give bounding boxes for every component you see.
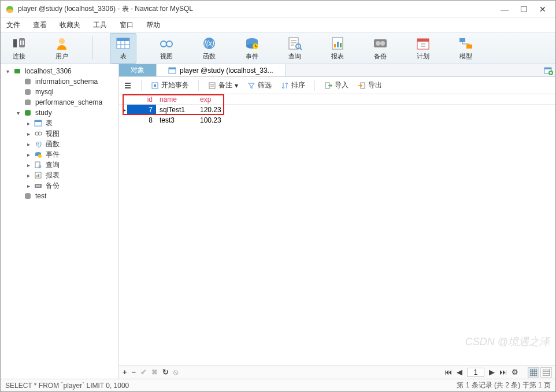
column-name[interactable]: name: [156, 94, 197, 104]
toolbar-table-icon[interactable]: 表: [110, 33, 136, 64]
memo-button[interactable]: 备注 ▾: [208, 80, 238, 90]
menu-view[interactable]: 查看: [33, 20, 47, 30]
column-id[interactable]: id: [127, 94, 156, 104]
table-row[interactable]: 8test3100.23: [119, 115, 555, 125]
toolbar-function-icon[interactable]: f(x)函数: [197, 34, 222, 63]
data-grid[interactable]: id name exp ▸7sqlTest1120.238test3100.23…: [119, 94, 555, 365]
toolbar-plug-icon[interactable]: 连接: [6, 34, 32, 63]
toolbar-label: 备份: [374, 52, 387, 61]
tab-player[interactable]: player @study (localhost_33...: [157, 64, 286, 76]
close-button[interactable]: ✕: [539, 5, 546, 14]
tree-icon: [24, 98, 33, 106]
menubar: 文件 查看 收藏夹 工具 窗口 帮助: [1, 18, 555, 32]
add-record-button[interactable]: +: [123, 368, 127, 377]
svg-rect-50: [35, 162, 40, 168]
tree-item[interactable]: ▸报表: [1, 170, 118, 180]
import-button[interactable]: 导入: [324, 80, 349, 90]
expand-arrow-icon[interactable]: ▸: [25, 120, 32, 127]
toolbar-schedule-icon[interactable]: 计划: [410, 34, 436, 63]
export-button[interactable]: 导出: [358, 80, 382, 90]
delete-record-button[interactable]: −: [132, 368, 136, 377]
cell-exp[interactable]: 120.23: [197, 105, 237, 115]
expand-arrow-icon[interactable]: ▸: [25, 131, 32, 137]
svg-rect-62: [169, 68, 176, 69]
apply-button[interactable]: ✔: [140, 368, 147, 377]
svg-rect-4: [20, 40, 21, 45]
expand-arrow-icon[interactable]: ▸: [25, 141, 32, 147]
cell-exp[interactable]: 100.23: [197, 115, 237, 125]
tree-item[interactable]: ▸表: [1, 118, 118, 128]
toolbar-event-icon[interactable]: 事件: [239, 34, 265, 63]
svg-rect-54: [38, 174, 39, 177]
tree-item[interactable]: mysql: [1, 87, 118, 97]
sort-button[interactable]: 排序: [281, 80, 305, 90]
menu-favorites[interactable]: 收藏夹: [60, 20, 80, 30]
expand-arrow-icon[interactable]: ▸: [25, 183, 32, 189]
tree-icon: [24, 109, 33, 117]
menu-icon[interactable]: [124, 82, 132, 90]
statusbar: SELECT * FROM `player` LIMIT 0, 1000 第 1…: [1, 379, 555, 391]
tree-item[interactable]: ▸f()函数: [1, 139, 118, 149]
tree-item[interactable]: ▸备份: [1, 180, 118, 191]
report-icon: [329, 36, 346, 51]
cell-id[interactable]: 7: [127, 105, 156, 115]
menu-file[interactable]: 文件: [6, 20, 20, 30]
toolbar-label: 表: [120, 52, 127, 61]
stop-button[interactable]: ⦸: [173, 368, 178, 377]
menu-help[interactable]: 帮助: [146, 20, 160, 30]
cell-name[interactable]: sqlTest1: [156, 105, 197, 115]
toolbar-label: 计划: [417, 52, 429, 61]
svg-rect-27: [417, 39, 429, 42]
tree-item[interactable]: performance_schema: [1, 97, 118, 108]
tree-label: information_schema: [35, 77, 98, 86]
toolbar-user-icon[interactable]: 用户: [49, 34, 75, 63]
add-tab-button[interactable]: [542, 64, 555, 76]
start-transaction-button[interactable]: 开始事务: [151, 80, 189, 90]
tree-item[interactable]: ▸查询: [1, 160, 118, 170]
tab-label: 对象: [131, 65, 144, 75]
cell-name[interactable]: test3: [156, 115, 197, 125]
column-exp[interactable]: exp: [197, 94, 237, 104]
first-page-button[interactable]: ⏮: [444, 368, 452, 376]
toolbar-model-icon[interactable]: 模型: [453, 34, 479, 63]
refresh-button[interactable]: ↻: [162, 368, 169, 377]
cancel-button[interactable]: ✖: [151, 368, 158, 377]
main-toolbar: 连接用户表视图f(x)函数事件查询报表备份计划模型: [1, 32, 555, 64]
toolbar-query-icon[interactable]: 查询: [282, 34, 307, 63]
svg-point-39: [25, 103, 31, 105]
event-icon: [244, 36, 260, 51]
tab-objects[interactable]: 对象: [119, 64, 157, 76]
table-row[interactable]: ▸7sqlTest1120.23: [119, 105, 555, 115]
expand-arrow-icon[interactable]: ▾: [4, 68, 11, 75]
tree-item[interactable]: ▸视图: [1, 128, 118, 139]
last-page-button[interactable]: ⏭: [499, 368, 507, 376]
filter-button[interactable]: 筛选: [247, 80, 272, 90]
minimize-button[interactable]: —: [501, 5, 509, 14]
svg-point-42: [25, 113, 31, 116]
expand-arrow-icon[interactable]: ▸: [25, 151, 32, 158]
svg-text:f(x): f(x): [204, 39, 214, 47]
toolbar-backup-icon[interactable]: 备份: [368, 34, 393, 63]
expand-arrow-icon[interactable]: ▾: [14, 110, 21, 116]
maximize-button[interactable]: ☐: [520, 5, 528, 14]
page-input[interactable]: [467, 368, 484, 377]
next-page-button[interactable]: ▶: [489, 368, 495, 376]
svg-rect-67: [209, 83, 215, 88]
toolbar-report-icon[interactable]: 报表: [325, 34, 350, 63]
expand-arrow-icon[interactable]: ▸: [25, 162, 32, 168]
tree-item[interactable]: ▾study: [1, 108, 118, 118]
prev-page-button[interactable]: ◀: [457, 368, 462, 376]
form-view-button[interactable]: [540, 367, 552, 378]
expand-arrow-icon[interactable]: ▸: [25, 172, 32, 179]
menu-window[interactable]: 窗口: [120, 20, 134, 30]
svg-point-6: [59, 38, 65, 44]
menu-tools[interactable]: 工具: [93, 20, 107, 30]
settings-icon[interactable]: ⚙: [511, 368, 518, 376]
toolbar-view-icon[interactable]: 视图: [154, 34, 179, 63]
tree-item[interactable]: information_schema: [1, 76, 118, 87]
tree-item[interactable]: ▾localhost_3306: [1, 66, 118, 76]
tree-item[interactable]: test: [1, 191, 118, 201]
tree-item[interactable]: ▸事件: [1, 149, 118, 160]
cell-id[interactable]: 8: [127, 115, 156, 125]
grid-view-button[interactable]: [528, 367, 539, 378]
